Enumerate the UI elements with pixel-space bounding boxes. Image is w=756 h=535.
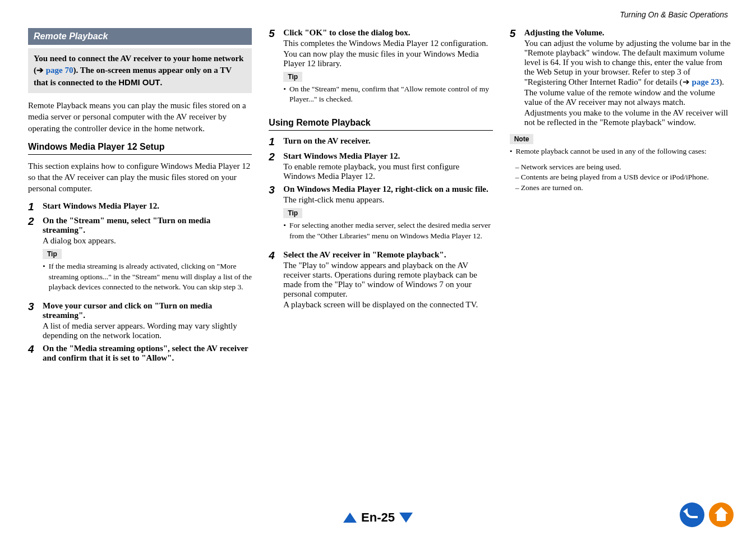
description: This section explains how to configure W… [28, 160, 252, 195]
tip-label: Tip [283, 208, 302, 218]
info-text-hdmi: HDMI OUT [118, 77, 160, 87]
step-text: You can now play the music files in your… [283, 49, 492, 68]
step-number: 5 [269, 28, 283, 40]
note-bullet: Remote playback cannot be used in any of… [515, 146, 706, 156]
using-step-4: 4 Select the AV receiver in "Remote play… [269, 250, 492, 310]
step-text: You can adjust the volume by adjusting t… [524, 39, 734, 87]
section-title-band: Remote Playback [28, 28, 252, 45]
using-step-5: 5 Adjusting the Volume. You can adjust t… [510, 28, 734, 127]
note-subitem: Network services are being used. [515, 162, 734, 172]
step-title: On Windows Media Player 12, right-click … [283, 185, 492, 194]
note-sublist: Network services are being used. Content… [510, 162, 734, 193]
step-4: 4 On the "Media streaming options", sele… [28, 344, 252, 363]
column-3: 5 Adjusting the Volume. You can adjust t… [510, 28, 734, 366]
note-content: Remote playback cannot be used in any of… [510, 146, 734, 156]
step-text: A list of media server appears. Wording … [43, 321, 252, 340]
step-number: 3 [269, 185, 283, 196]
step-title: Start Windows Media Player 12. [283, 151, 492, 161]
step-text: Adjustments you make to the volume in th… [524, 108, 734, 127]
page-link-70[interactable]: page 70 [44, 66, 73, 75]
step-number: 3 [28, 301, 43, 313]
prev-page-icon[interactable] [343, 513, 357, 523]
step-text: A playback screen will be displayed on t… [283, 300, 492, 310]
tip-content: For selecting another media server, sele… [283, 220, 492, 241]
step-number: 1 [269, 136, 283, 148]
step-number: 1 [28, 201, 43, 213]
step-text: The right-click menu appears. [283, 195, 492, 205]
next-page-icon[interactable] [399, 513, 413, 523]
step-number: 5 [510, 28, 524, 40]
step-number: 4 [28, 344, 43, 356]
intro-paragraph: Remote Playback means you can play the m… [28, 100, 252, 134]
heading-wmp-setup: Windows Media Player 12 Setup [28, 142, 252, 155]
step-title: Adjusting the Volume. [524, 28, 734, 38]
note-subitem: Zones are turned on. [515, 183, 734, 193]
tip-content: If the media streaming is already activa… [43, 261, 252, 292]
info-text: . [160, 78, 162, 87]
heading-using-remote-playback: Using Remote Playback [269, 118, 492, 131]
step-2: 2 On the "Stream" menu, select "Turn on … [28, 216, 252, 298]
tip-bullet: On the "Stream" menu, confirm that "Allo… [289, 84, 493, 104]
step-title: Start Windows Media Player 12. [43, 201, 252, 211]
arrow-icon: ➔ [683, 77, 690, 86]
three-column-layout: Remote Playback You need to connect the … [28, 28, 734, 366]
step-title: Turn on the AV receiver. [283, 136, 492, 146]
nav-bottom-right [680, 502, 734, 527]
page: Turning On & Basic Operations Remote Pla… [0, 0, 756, 535]
column-2: 5 Click "OK" to close the dialog box. Th… [269, 28, 492, 366]
tip-label: Tip [43, 249, 62, 259]
note-subitem: Contents are being played from a USB dev… [515, 172, 734, 182]
step-title: Click "OK" to close the dialog box. [283, 28, 492, 38]
using-step-1: 1 Turn on the AV receiver. [269, 136, 492, 148]
step-text: This completes the Windows Media Player … [283, 39, 492, 48]
step-title: Move your cursor and click on "Turn on m… [43, 301, 252, 320]
info-box: You need to connect the AV receiver to y… [28, 48, 252, 93]
step-number: 2 [269, 151, 283, 163]
step-text-span: ). [719, 77, 724, 86]
running-header: Turning On & Basic Operations [620, 10, 728, 19]
step-title: On the "Media streaming options", select… [43, 344, 252, 363]
page-number: En-25 [361, 510, 395, 525]
page-link-23[interactable]: page 23 [690, 77, 720, 86]
page-footer: En-25 [0, 510, 756, 525]
step-5-setup: 5 Click "OK" to close the dialog box. Th… [269, 28, 492, 110]
step-text: To enable remote playback, you must firs… [283, 162, 492, 181]
step-text: A dialog box appears. [43, 236, 252, 246]
step-text: The volume value of the remote window an… [524, 88, 734, 107]
step-1: 1 Start Windows Media Player 12. [28, 201, 252, 213]
note-label: Note [510, 134, 534, 144]
back-icon[interactable] [680, 502, 704, 527]
arrow-icon: ➔ [36, 66, 44, 75]
home-icon[interactable] [709, 502, 734, 527]
tip-bullet: For selecting another media server, sele… [289, 220, 493, 241]
step-title: On the "Stream" menu, select "Turn on me… [43, 216, 252, 235]
using-step-2: 2 Start Windows Media Player 12. To enab… [269, 151, 492, 181]
column-1: Remote Playback You need to connect the … [28, 28, 252, 366]
step-number: 4 [269, 250, 283, 262]
step-title: Select the AV receiver in "Remote playba… [283, 250, 492, 260]
using-step-3: 3 On Windows Media Player 12, right-clic… [269, 185, 492, 246]
step-text: The "Play to" window appears and playbac… [283, 261, 492, 299]
step-3: 3 Move your cursor and click on "Turn on… [28, 301, 252, 340]
step-number: 2 [28, 216, 43, 228]
tip-bullet: If the media streaming is already activa… [49, 261, 252, 292]
tip-label: Tip [283, 72, 302, 82]
tip-content: On the "Stream" menu, confirm that "Allo… [283, 84, 492, 104]
